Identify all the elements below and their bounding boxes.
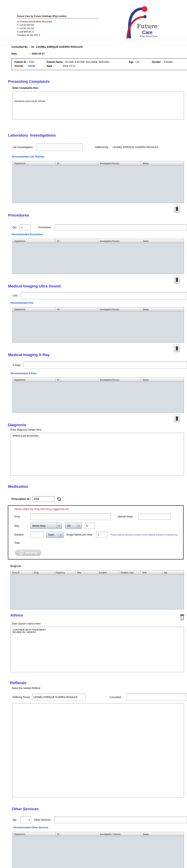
reffered-by-value: LEONEL ENRIQUE GUERRA ROSALES	[112, 146, 158, 149]
uss-table: Department ID Investigation/Service Stat…	[12, 307, 184, 343]
visit-date-label: Date	[47, 65, 61, 67]
trash-icon	[175, 416, 179, 421]
consult-date-label: Date	[11, 52, 30, 55]
logo-wordmark-future: Future	[137, 23, 158, 30]
company-number: Company No.8417652-2	[17, 33, 106, 37]
lab-investigation-input[interactable]	[37, 144, 83, 151]
reffered-by-label: Reffered By :	[95, 146, 110, 149]
company-email: E: jude@future.sc	[17, 30, 106, 33]
patient-id-label: Patient ID :	[14, 61, 29, 63]
trash-icon	[175, 206, 179, 211]
per-meal-label: Drugs/Tablets per meal :	[66, 533, 94, 536]
diagnosis-textarea[interactable]: IRREGULAR BLEEDING	[10, 433, 184, 475]
drug-list-table: Drug ID Drug Fequency Way Duration Durat…	[10, 570, 184, 610]
clear-uss-table-button[interactable]	[174, 344, 180, 352]
lab-table-header: Department ID Investigation/Service Stat…	[13, 161, 184, 165]
section-title-ultrasound: Medical Imaging Ultra Sound	[8, 284, 187, 288]
xray-label: X-Rays :	[12, 364, 24, 367]
column-header: ID	[55, 239, 98, 243]
way-select-value: Before Meal	[32, 524, 45, 527]
clear-lab-table-button[interactable]	[174, 205, 180, 213]
consulted-by-row: Consulted By : Dr. LEONEL ENRIQUE GUERRA…	[11, 45, 187, 48]
section-title-diagnosis: Diagnosis	[8, 423, 187, 427]
drug-list-label: Drug List	[10, 565, 187, 567]
uss-input[interactable]	[21, 292, 187, 299]
recommended-procedures-link[interactable]: Recommended Procedures	[12, 233, 187, 236]
uss-table-header: Department ID Investigation/Service Stat…	[13, 307, 184, 311]
column-header: ID	[55, 307, 98, 311]
xray-input[interactable]	[24, 362, 187, 369]
patient-info-box: Patient ID : 7227 Patient Name : ELYNN J…	[11, 58, 187, 70]
section-title-procedures: Procedures	[8, 213, 187, 217]
column-header: Department	[13, 239, 55, 243]
plus-circle-icon: +	[19, 551, 23, 555]
refferal-list[interactable]	[12, 703, 184, 798]
refresh-icon	[56, 496, 62, 502]
other-services-table: Department ID Investigation / Service St…	[12, 832, 184, 868]
refferals-sub-label: Select the needed Refferal	[12, 687, 187, 689]
section-title-presenting-complaints: Presenting Complaints	[8, 79, 187, 84]
recommended-xrays-link[interactable]: Recommended X-Rays	[10, 372, 187, 375]
section-title-laboratory: Laboratory Investigations	[8, 133, 187, 137]
refresh-prescription-button[interactable]	[56, 496, 63, 502]
procedures-qty-input[interactable]	[20, 224, 31, 230]
lab-investigation-label: Lab Investingation :	[12, 146, 34, 149]
procedures-table-body	[13, 243, 184, 274]
trash-icon	[175, 346, 179, 351]
xray-table-body	[13, 382, 184, 412]
consult-date-value: : 2024-10-17	[30, 52, 45, 55]
consultant-label: Consultant	[110, 696, 121, 699]
column-header: Status	[141, 161, 184, 165]
patient-id-value: 7227	[29, 61, 35, 63]
chevron-down-icon: ▼	[77, 523, 81, 528]
total-label: Total :	[14, 541, 25, 545]
duration-type-select[interactable]: Day/s ▼	[46, 532, 64, 538]
special-notes-input[interactable]	[138, 514, 171, 520]
clear-procedures-table-button[interactable]	[174, 276, 180, 284]
advice-textarea[interactable]: CONTINUE WITH TREATMENT REVIEW IN 1 MONT…	[10, 627, 184, 672]
future-care-logo: Future Care ♥ Body Mind Soul	[124, 5, 166, 38]
duration-type-value: Day/s	[48, 533, 54, 536]
prescription-id-input[interactable]	[32, 496, 54, 502]
recommended-lab-testings-link[interactable]: Recommended Lab Testings	[12, 155, 187, 158]
way-qty-input[interactable]	[85, 523, 95, 529]
patient-row-1: Patient ID : 7227 Patient Name : ELYNN J…	[14, 61, 187, 63]
trash-outline-icon	[180, 614, 185, 621]
consultant-input[interactable]	[126, 693, 187, 701]
company-name: Future Care by Future Holdings (Pty) Lim…	[17, 15, 99, 19]
column-header: Investigation/Service	[98, 161, 141, 165]
company-info: Future Care by Future Holdings (Pty) Lim…	[17, 5, 106, 38]
column-header: Department	[13, 161, 55, 165]
add-drug-label: Add Drug	[25, 551, 37, 554]
drug-input[interactable]	[30, 513, 111, 520]
procedures-label: Procedures :	[38, 226, 52, 229]
per-meal-input[interactable]	[96, 532, 108, 538]
reffering-doctor-input[interactable]	[32, 693, 85, 701]
duration-label: Duration :	[14, 533, 30, 536]
column-header: Qty	[162, 570, 184, 575]
procedures-input[interactable]	[55, 224, 187, 230]
complaints-textarea[interactable]: full blood count result: normal	[12, 91, 184, 119]
patient-name-value: ELYNN JUSTINE SOLANGE SERVINA	[66, 61, 109, 63]
column-header: Investigation/Service	[98, 239, 141, 243]
patient-name-label: Patient Name :	[47, 61, 66, 63]
add-drug-button[interactable]: + Add Drug	[15, 550, 41, 556]
column-header: Note	[141, 570, 162, 575]
clear-xray-table-button[interactable]	[174, 414, 180, 422]
drug-warning-text: Please select the Drug from Drug suggess…	[14, 508, 183, 510]
logo-tagline: Body Mind Soul	[139, 35, 157, 38]
chevron-down-icon: ▼	[57, 523, 61, 528]
frequency-select[interactable]: OD ▼	[65, 523, 82, 529]
lab-testings-table: Department ID Investigation/Service Stat…	[12, 161, 184, 203]
way-label: Way :	[14, 524, 30, 527]
recommended-uss-link[interactable]: Recommended USS	[10, 302, 187, 304]
clear-advice-button[interactable]	[179, 613, 186, 621]
duration-input[interactable]	[30, 531, 44, 538]
column-header: Department	[13, 307, 55, 311]
consult-date-row: Date: 2024-10-17	[11, 52, 187, 55]
recommended-other-services-link[interactable]: Recommended Other Services	[13, 826, 187, 829]
other-services-qty-input[interactable]	[20, 816, 31, 823]
other-services-input[interactable]	[54, 816, 187, 823]
column-header: Investigation / Service	[98, 832, 141, 836]
way-select[interactable]: Before Meal ▼	[30, 523, 62, 529]
